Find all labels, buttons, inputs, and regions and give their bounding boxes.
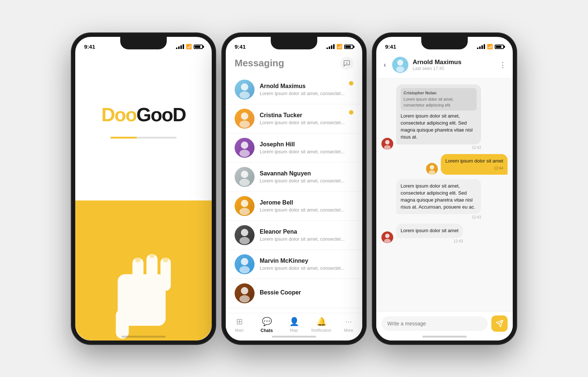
online-dot-cristina [349,110,353,115]
avatar-joseph [235,138,255,158]
message-input[interactable] [381,316,488,331]
map-nav-icon: 👤 [289,317,299,327]
contact-name-jerome: Jerome Bell [260,199,353,206]
bubble-wrap-3: Lorem ipsum dolor sit amet, consectetur … [396,179,481,219]
contact-item-cristina[interactable]: Cristina Tucker Lorem ipsum dolor sit am… [226,104,362,133]
contact-item-arnold[interactable]: Arnold Maximus Lorem ipsum dolor sit ame… [226,75,362,104]
notification-nav-icon: 🔔 [317,317,326,327]
msg-text-2: Lorem ipsum dolor sit amet [445,158,503,164]
contact-preview-savannah: Lorem ipsum dolor sit amet, consectet... [260,178,353,184]
msg-avatar-img-4 [381,231,393,243]
status-bar-2: 9:41 📶 [226,37,362,53]
contact-info-eleanor: Eleanor Pena Lorem ipsum dolor sit amet,… [260,228,353,242]
svg-point-17 [241,200,248,207]
msg-time-2: 12:44 [445,166,503,171]
contact-name-marvin: Marvin McKinney [260,258,353,264]
phone-chat: 9:41 📶 ‹ [373,33,516,344]
time-2: 9:41 [235,43,246,50]
compose-button[interactable] [340,57,353,70]
more-nav-icon: ··· [345,317,352,327]
chat-header: ‹ Arnold Maximus Last seen 17:45 ⋮ [376,53,513,78]
msg-avatar-outgoing-2 [426,163,438,175]
avatar-savannah [235,167,255,187]
svg-rect-3 [146,254,158,291]
send-icon [495,320,504,328]
message-2: Lorem ipsum dolor sit amet 12:44 [381,154,508,175]
svg-point-9 [241,83,248,91]
nav-item-more[interactable]: ··· More [335,317,362,333]
svg-point-27 [385,140,390,144]
more-nav-label: More [344,328,353,332]
avatar-img-jerome [235,196,255,216]
status-icons-1: 📶 [176,44,203,49]
back-button[interactable]: ‹ [382,59,388,70]
contact-preview-jerome: Lorem ipsum dolor sit amet, consectet... [260,207,353,213]
contact-item-marvin[interactable]: Marvin McKinney Lorem ipsum dolor sit am… [226,250,362,279]
chat-user-name: Arnold Maximus [413,59,495,66]
contact-item-eleanor[interactable]: Eleanor Pena Lorem ipsum dolor sit amet,… [226,221,362,250]
svg-point-7 [163,256,169,262]
svg-point-13 [241,142,248,149]
contact-item-bessie[interactable]: Bessie Cooper [226,279,362,308]
hand-illustration [96,237,191,341]
contact-item-savannah[interactable]: Savannah Nguyen Lorem ipsum dolor sit am… [226,163,362,192]
nav-item-main[interactable]: ⊞ Main [226,317,253,333]
bubble-4: Lorem ipsum dolor sit amet [396,224,463,238]
contact-item-joseph[interactable]: Josephn Hill Lorem ipsum dolor sit amet,… [226,133,362,163]
splash-bottom [75,200,212,341]
avatar-arnold [235,80,255,100]
nav-item-notification[interactable]: 🔔 Notification [308,317,335,333]
contact-info-cristina: Cristina Tucker Lorem ipsum dolor sit am… [260,112,353,125]
main-nav-label: Main [235,328,244,332]
progress-fill [110,137,137,139]
battery-icon-2 [344,45,353,49]
bubble-2: Lorem ipsum dolor sit amet 12:44 [441,154,508,175]
time-3: 9:41 [385,43,396,50]
msg-time-1: 12:43 [396,146,481,150]
contact-preview-eleanor: Lorem ipsum dolor sit amet, consectet... [260,236,353,242]
msg-avatar-img-2 [426,163,438,175]
messaging-content: Messaging [226,53,362,341]
contact-preview-joseph: Lorem ipsum dolor sit amet, consectet... [260,149,353,154]
chats-nav-label: Chats [260,328,273,333]
svg-point-23 [241,287,248,294]
msg-text-3: Lorem ipsum dolor sit amet, consectetur … [401,183,475,210]
svg-point-6 [149,252,155,258]
svg-point-18 [239,208,250,215]
svg-rect-2 [132,258,143,291]
send-button[interactable] [491,315,508,332]
phone-messaging: 9:41 📶 Messaging [222,33,366,344]
contact-name-savannah: Savannah Nguyen [260,170,353,177]
status-icons-2: 📶 [326,44,353,49]
contact-item-jerome[interactable]: Jerome Bell Lorem ipsum dolor sit amet, … [226,192,362,221]
wifi-icon-2: 📶 [336,44,342,49]
svg-point-22 [239,266,250,273]
svg-point-20 [239,237,250,244]
messaging-header: Messaging [226,53,362,75]
avatar-jerome [235,196,255,216]
nav-item-chats[interactable]: 💬 Chats [253,317,280,333]
msg-time-4: 12:43 [396,239,463,243]
logo-doo: Doo [101,104,136,126]
loading-progress [110,137,177,139]
chat-messages: Cristopher Nolan Lorem ipsum dolor sit a… [376,78,513,311]
svg-point-29 [430,165,434,170]
avatar-eleanor [235,225,255,245]
notification-nav-label: Notification [311,328,331,332]
avatar-img-eleanor [235,225,255,245]
contact-name-bessie: Bessie Cooper [260,289,353,296]
avatar-img-arnold [235,80,255,100]
logo-good: GooD [136,104,186,126]
chats-nav-icon: 💬 [262,317,272,327]
avatar-img-marvin [235,254,255,274]
signal-icon [176,44,184,49]
message-4: Lorem ipsum dolor sit amet 12:43 [381,224,508,243]
svg-point-5 [135,256,141,262]
msg-time-3: 12:43 [396,215,481,219]
nav-item-map[interactable]: 👤 Map [280,317,308,333]
contact-info-joseph: Josephn Hill Lorem ipsum dolor sit amet,… [260,141,353,154]
contact-list: Arnold Maximus Lorem ipsum dolor sit ame… [226,75,362,313]
battery-icon-3 [495,45,504,49]
more-options-button[interactable]: ⋮ [499,60,507,69]
app-logo: DooGooD [101,104,186,126]
